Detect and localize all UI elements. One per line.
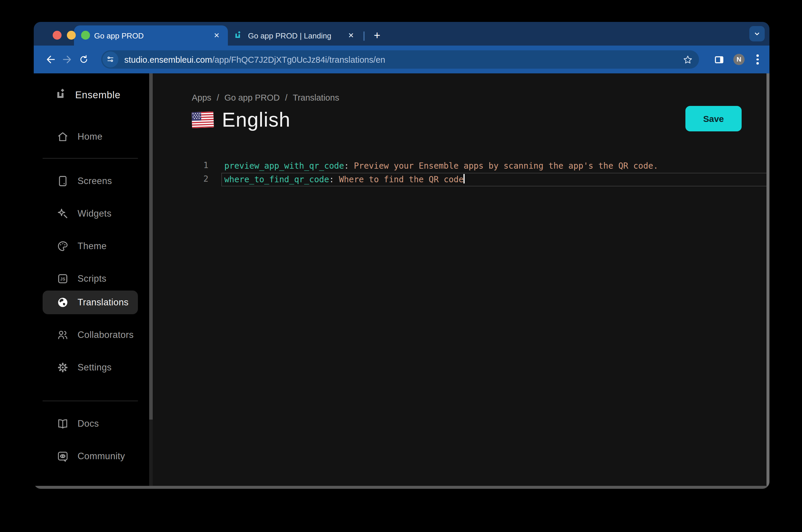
page-header: English: [192, 107, 769, 133]
theme-icon: [56, 240, 69, 253]
sidebar-item-label: Widgets: [78, 208, 112, 219]
sidebar-item-community[interactable]: Community: [34, 444, 149, 468]
browser-menu-button[interactable]: [753, 54, 762, 65]
sidebar-divider: [43, 158, 138, 158]
address-bar[interactable]: studio.ensembleui.com/app/FhQC7J2DjXTg0U…: [101, 50, 699, 69]
url-path: /app/FhQC7J2DjXTg0UcJz84i/translations/e…: [212, 55, 385, 64]
scripts-icon: JS: [56, 272, 69, 285]
yaml-colon: :: [329, 175, 334, 184]
tab-search-button[interactable]: [749, 26, 765, 41]
save-button[interactable]: Save: [685, 106, 742, 131]
tab-strip: Go app PROD ✕ Go app PROD | Landing ✕ +: [34, 22, 769, 45]
collaborators-icon: [56, 328, 69, 341]
ensemble-favicon: [234, 31, 243, 40]
star-icon: [683, 54, 693, 65]
sidebar-scrollbar[interactable]: [149, 73, 153, 486]
line-number: 1: [153, 159, 208, 173]
back-button[interactable]: [44, 54, 56, 65]
sidebar-item-label: Translations: [78, 297, 129, 308]
editor-line-1[interactable]: 1 preview_app_with_qr_code:Preview your …: [153, 159, 769, 173]
tab-close-icon[interactable]: ✕: [211, 30, 222, 41]
sidebar-item-scripts[interactable]: JS Scripts: [34, 267, 149, 290]
main-scrollbar[interactable]: [766, 73, 769, 486]
sidebar-divider: [43, 401, 138, 401]
docs-icon: [56, 417, 69, 430]
chevron-down-icon: [753, 30, 761, 38]
tab-title: Go app PROD | Landing: [248, 31, 341, 40]
sidebar-item-label: Screens: [78, 176, 112, 186]
code-line[interactable]: preview_app_with_qr_code:Preview your En…: [221, 159, 769, 173]
page-title: English: [222, 108, 290, 131]
text-cursor: [464, 174, 465, 184]
sidebar-item-home[interactable]: Home: [34, 125, 149, 149]
tab-close-icon[interactable]: ✕: [346, 30, 356, 41]
page-content: Ensemble Home Screens: [34, 73, 769, 486]
line-number: 2: [153, 173, 208, 186]
globe-icon: [56, 296, 69, 309]
sidebar-item-label: Settings: [78, 362, 112, 373]
site-settings-button[interactable]: [102, 52, 118, 68]
editor-line-2-active[interactable]: 2 where_to_find_qr_code:Where to find th…: [153, 173, 769, 186]
yaml-value: Where to find the QR code: [339, 175, 463, 184]
sidebar-item-settings[interactable]: Settings: [34, 356, 149, 379]
url-domain: studio.ensembleui.com: [124, 55, 212, 64]
yaml-key: preview_app_with_qr_code: [224, 161, 344, 170]
tab-go-app-prod[interactable]: Go app PROD ✕: [74, 25, 228, 45]
breadcrumb-item-translations[interactable]: Translations: [293, 93, 339, 102]
close-window-button[interactable]: [53, 31, 61, 40]
breadcrumb-item-apps[interactable]: Apps: [192, 93, 211, 102]
reload-button[interactable]: [78, 54, 89, 65]
tab-separator: [363, 31, 365, 41]
side-panel-icon: [713, 54, 725, 65]
toolbar-right: N: [713, 54, 762, 65]
side-panel-button[interactable]: [713, 54, 725, 65]
breadcrumb-separator: /: [285, 93, 287, 102]
sidebar-item-label: Scripts: [78, 273, 107, 284]
breadcrumb-separator: /: [217, 93, 219, 102]
new-tab-button[interactable]: +: [369, 28, 385, 43]
url-text[interactable]: studio.ensembleui.com/app/FhQC7J2DjXTg0U…: [124, 55, 683, 64]
ensemble-logo-icon: [55, 88, 68, 101]
sidebar-scrollbar-thumb[interactable]: [149, 73, 153, 420]
minimize-window-button[interactable]: [67, 31, 76, 40]
bookmark-button[interactable]: [683, 54, 693, 65]
main-panel: Apps / Go app PROD / Translations: [153, 73, 769, 486]
yaml-key: where_to_find_qr_code: [224, 175, 329, 184]
sidebar-item-docs[interactable]: Docs: [34, 412, 149, 436]
sidebar-item-widgets[interactable]: Widgets: [34, 202, 149, 226]
main-scrollbar-thumb[interactable]: [766, 73, 769, 486]
code-line[interactable]: where_to_find_qr_code:Where to find the …: [221, 173, 769, 186]
yaml-value: Preview your Ensemble apps by scanning t…: [354, 161, 658, 170]
sidebar-item-label: Home: [78, 131, 102, 142]
sidebar-item-collaborators[interactable]: Collaborators: [34, 323, 149, 347]
window-bottom-edge: [34, 486, 769, 489]
desktop-background: Go app PROD ✕ Go app PROD | Landing ✕ +: [0, 0, 802, 532]
brand: Ensemble: [34, 88, 149, 102]
sidebar-item-label: Theme: [78, 241, 107, 251]
breadcrumb-item-app[interactable]: Go app PROD: [224, 93, 280, 102]
sidebar-item-screens[interactable]: Screens: [34, 169, 149, 193]
profile-avatar[interactable]: N: [733, 54, 745, 65]
sidebar-item-theme[interactable]: Theme: [34, 234, 149, 258]
sidebar-item-label: Community: [78, 451, 125, 461]
browser-window: Go app PROD ✕ Go app PROD | Landing ✕ +: [34, 22, 769, 489]
traffic-lights: [53, 31, 90, 40]
settings-icon: [56, 361, 69, 374]
sidebar: Ensemble Home Screens: [34, 73, 149, 486]
forward-button[interactable]: [61, 54, 73, 65]
reload-icon: [78, 54, 89, 64]
sidebar-item-translations[interactable]: Translations: [43, 290, 138, 314]
widgets-icon: [56, 207, 69, 220]
sidebar-item-label: Collaborators: [78, 329, 134, 340]
tab-go-app-prod-landing[interactable]: Go app PROD | Landing ✕: [228, 25, 362, 45]
translations-editor[interactable]: 1 preview_app_with_qr_code:Preview your …: [153, 159, 769, 186]
screens-icon: [56, 175, 69, 188]
sidebar-item-label: Docs: [78, 418, 99, 429]
breadcrumb: Apps / Go app PROD / Translations: [192, 92, 769, 103]
yaml-colon: :: [344, 161, 349, 170]
tab-title: Go app PROD: [94, 31, 207, 40]
forward-arrow-icon: [61, 54, 73, 65]
zoom-window-button[interactable]: [81, 31, 90, 40]
back-arrow-icon: [45, 54, 56, 65]
tune-icon: [106, 55, 115, 64]
